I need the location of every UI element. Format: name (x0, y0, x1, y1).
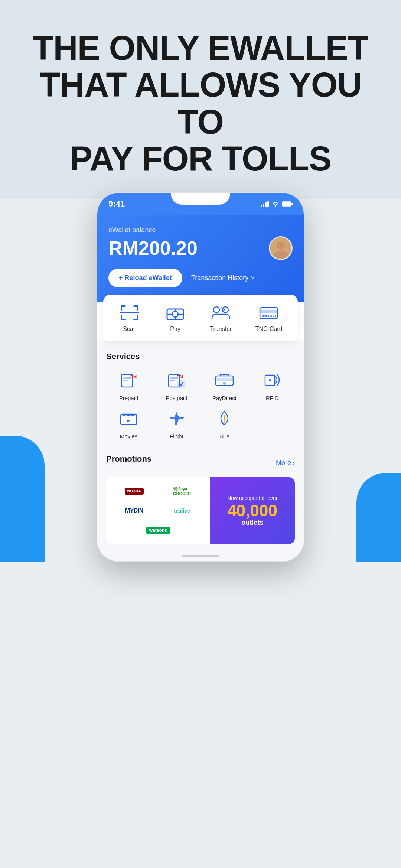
action-scan[interactable]: Scan (118, 303, 141, 332)
svg-rect-16 (133, 319, 138, 320)
pay-label: Pay (170, 326, 180, 332)
wallet-label: eWallet balance (108, 226, 293, 234)
svg-rect-4 (282, 202, 291, 206)
flight-icon (164, 407, 190, 429)
svg-rect-12 (137, 305, 138, 311)
avatar (269, 236, 293, 260)
service-paydirect[interactable]: PayDirect (202, 369, 247, 401)
phone-bottom (97, 550, 304, 561)
service-prepaid[interactable]: RM Prepaid (106, 369, 151, 401)
postpaid-icon: RM (164, 369, 190, 391)
promo-text1: Now accepted at over (227, 495, 277, 501)
bills-label: Bills (219, 433, 230, 439)
rfid-icon (260, 369, 286, 391)
service-postpaid[interactable]: RM Postpaid (154, 369, 199, 401)
svg-rect-31 (170, 380, 175, 381)
scan-icon (118, 303, 141, 322)
action-transfer[interactable]: Transfer (210, 303, 232, 332)
status-bar: 9:41 (97, 193, 304, 215)
svg-rect-23 (260, 310, 278, 313)
svg-rect-35 (216, 378, 233, 381)
promotions-title: Promotions (106, 454, 151, 464)
services-title: Services (106, 352, 295, 361)
prepaid-icon: RM (116, 369, 142, 391)
wifi-icon (272, 201, 279, 207)
svg-point-36 (223, 382, 226, 385)
promo-text2: outlets (241, 519, 263, 527)
svg-point-41 (123, 414, 125, 416)
mydin-logo: MYDIN (111, 507, 157, 514)
phone-wrapper: 9:41 (0, 192, 401, 562)
wallet-row: RM200.20 (108, 236, 293, 260)
svg-text:RM: RM (177, 374, 183, 379)
more-link[interactable]: More › (276, 459, 295, 467)
jaya-grocer-logo: 🌿JayaGROCER (159, 487, 205, 496)
promo-logos: ERAMAN 🌿JayaGROCER MYDIN tealive watsons (106, 477, 210, 544)
svg-point-44 (224, 422, 225, 423)
transaction-history-link[interactable]: Transaction History > (191, 274, 254, 282)
blue-accent-right (356, 473, 401, 562)
reload-button[interactable]: + Reload eWallet (108, 269, 182, 287)
service-movies[interactable]: Movies (106, 407, 151, 439)
promotions-header: Promotions More › (106, 454, 295, 471)
postpaid-label: Postpaid (166, 395, 187, 401)
action-tng-card[interactable]: Touch 'n Go TNG Card (255, 303, 283, 332)
svg-rect-10 (121, 305, 122, 311)
service-flight[interactable]: Flight (154, 407, 199, 439)
promotions-section: Promotions More › ERAMAN 🌿JayaGROCER MYD… (97, 447, 304, 550)
scan-label: Scan (123, 326, 136, 332)
service-rfid[interactable]: RFID (250, 369, 295, 401)
svg-rect-3 (267, 201, 269, 207)
rfid-label: RFID (266, 395, 279, 401)
svg-rect-14 (121, 319, 126, 320)
wallet-actions: + Reload eWallet Transaction History > (108, 269, 293, 287)
notch (171, 193, 230, 205)
hero-section: THE ONLY eWALLET THAT ALLOWS YOU TO PAY … (0, 0, 401, 199)
transfer-label: Transfer (210, 326, 232, 332)
home-indicator (182, 555, 219, 557)
svg-rect-27 (123, 380, 128, 381)
tealive-logo: tealive (159, 508, 205, 514)
status-icons (261, 201, 293, 207)
svg-text:RM: RM (130, 374, 137, 379)
transfer-icon (210, 303, 232, 322)
eraman-logo: ERAMAN (111, 488, 157, 495)
service-bills[interactable]: Bills (202, 407, 247, 439)
pay-icon (164, 303, 186, 322)
svg-point-20 (213, 307, 219, 313)
promo-right: Now accepted at over 40,000 outlets (210, 477, 295, 544)
paydirect-label: PayDirect (212, 395, 237, 401)
svg-rect-26 (123, 377, 131, 379)
bills-icon (212, 407, 238, 429)
promo-card: ERAMAN 🌿JayaGROCER MYDIN tealive watsons (106, 477, 295, 544)
svg-point-38 (269, 379, 271, 381)
services-section: Services RM Prepaid (97, 341, 304, 447)
card-icon: Touch 'n Go (258, 303, 280, 322)
watsons-logo: watsons (111, 527, 205, 534)
movies-icon (116, 407, 142, 429)
paydirect-icon (212, 369, 238, 391)
svg-rect-17 (120, 312, 139, 313)
signal-icon (261, 201, 269, 207)
svg-rect-5 (291, 203, 293, 205)
svg-rect-2 (265, 202, 267, 207)
svg-text:Touch 'n Go: Touch 'n Go (261, 315, 276, 317)
blue-accent-left (0, 436, 45, 562)
svg-point-21 (222, 307, 228, 313)
movies-label: Movies (120, 433, 138, 439)
wallet-balance: RM200.20 (108, 237, 198, 259)
services-grid: RM Prepaid RM (106, 369, 295, 439)
svg-rect-0 (261, 205, 262, 207)
svg-point-42 (127, 414, 130, 416)
tng-card-label: TNG Card (255, 326, 283, 332)
svg-point-33 (177, 380, 185, 388)
svg-point-7 (277, 241, 285, 250)
quick-actions-bar: Scan Pay (103, 295, 298, 341)
action-pay[interactable]: Pay (164, 303, 186, 332)
svg-point-43 (131, 414, 134, 416)
prepaid-label: Prepaid (119, 395, 138, 401)
hero-title: THE ONLY eWALLET THAT ALLOWS YOU TO PAY … (22, 30, 379, 177)
phone-mockup: 9:41 (97, 192, 304, 562)
promo-number: 40,000 (227, 503, 277, 519)
wallet-section: eWallet balance RM200.20 + Reload eWalle… (97, 215, 304, 302)
